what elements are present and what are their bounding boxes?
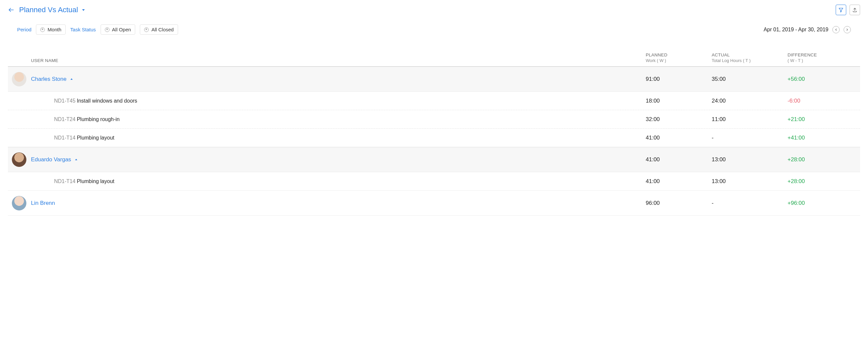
status-closed-value: All Closed: [151, 27, 174, 32]
caret-up-icon: [70, 77, 73, 81]
actual-cell: -: [712, 200, 787, 207]
difference-cell: +41:00: [787, 134, 860, 141]
back-arrow-icon[interactable]: [8, 7, 14, 13]
user-row[interactable]: Lin Brenn96:00-+96:00: [8, 191, 860, 216]
planned-cell: 91:00: [646, 76, 712, 83]
period-label: Period: [17, 27, 31, 32]
planned-cell: 41:00: [646, 178, 712, 185]
planned-vs-actual-table: USER NAME PLANNED Work ( W ) ACTUAL Tota…: [8, 48, 860, 216]
actual-cell: 13:00: [712, 178, 787, 185]
period-chip[interactable]: ✕ Month: [36, 24, 66, 35]
task-row[interactable]: ND1-T14Plumbing layout41:00-+41:00: [8, 129, 860, 147]
difference-cell: +28:00: [787, 178, 860, 185]
task-title: ND1-T14Plumbing layout: [31, 179, 646, 184]
export-button[interactable]: [849, 5, 860, 15]
table-header: USER NAME PLANNED Work ( W ) ACTUAL Tota…: [8, 48, 860, 67]
avatar: [12, 72, 26, 87]
next-period-button[interactable]: [844, 26, 851, 33]
col-difference: DIFFERENCE ( W - T ): [787, 53, 860, 63]
actual-cell: 11:00: [712, 116, 787, 123]
difference-cell: -6:00: [787, 98, 860, 104]
col-actual: ACTUAL Total Log Hours ( T ): [712, 53, 787, 63]
status-open-chip[interactable]: ✕ All Open: [101, 24, 135, 35]
remove-icon[interactable]: ✕: [105, 27, 110, 32]
caret-down-icon: [82, 8, 85, 12]
task-id: ND1-T14: [54, 135, 75, 140]
col-planned: PLANNED Work ( W ): [646, 53, 712, 63]
task-id: ND1-T24: [54, 117, 75, 122]
user-row[interactable]: Eduardo Vargas41:0013:00+28:00: [8, 147, 860, 172]
date-range: Apr 01, 2019 - Apr 30, 2019: [764, 27, 829, 33]
task-id: ND1-T45: [54, 98, 75, 103]
status-open-value: All Open: [112, 27, 131, 32]
task-title: ND1-T24Plumbing rough-in: [31, 117, 646, 122]
user-link[interactable]: Eduardo Vargas: [31, 156, 71, 163]
difference-cell: +56:00: [787, 76, 860, 83]
remove-icon[interactable]: ✕: [144, 27, 149, 32]
svg-marker-2: [839, 8, 843, 12]
task-row[interactable]: ND1-T14Plumbing layout41:0013:00+28:00: [8, 172, 860, 191]
difference-cell: +96:00: [787, 200, 860, 207]
svg-marker-4: [70, 78, 72, 80]
avatar: [12, 196, 26, 211]
user-link[interactable]: Lin Brenn: [31, 200, 55, 207]
task-row[interactable]: ND1-T24Plumbing rough-in32:0011:00+21:00: [8, 110, 860, 129]
report-title-dropdown[interactable]: Planned Vs Actual: [19, 6, 85, 14]
col-user: USER NAME: [8, 58, 646, 63]
task-row[interactable]: ND1-T45Install windows and doors18:0024:…: [8, 92, 860, 110]
planned-cell: 18:00: [646, 98, 712, 104]
actual-cell: 13:00: [712, 156, 787, 163]
prev-period-button[interactable]: [832, 26, 840, 33]
page-title: Planned Vs Actual: [19, 6, 78, 14]
user-link[interactable]: Charles Stone: [31, 76, 67, 83]
status-closed-chip[interactable]: ✕ All Closed: [140, 24, 178, 35]
user-row[interactable]: Charles Stone91:0035:00+56:00: [8, 67, 860, 92]
period-value: Month: [48, 27, 61, 32]
task-title: ND1-T45Install windows and doors: [31, 98, 646, 104]
remove-icon[interactable]: ✕: [40, 27, 45, 32]
task-title: ND1-T14Plumbing layout: [31, 135, 646, 141]
avatar: [12, 152, 26, 167]
filter-button[interactable]: [836, 5, 846, 15]
caret-up-icon: [74, 158, 78, 161]
planned-cell: 32:00: [646, 116, 712, 123]
difference-cell: +28:00: [787, 156, 860, 163]
planned-cell: 41:00: [646, 156, 712, 163]
svg-marker-5: [75, 159, 77, 160]
task-id: ND1-T14: [54, 179, 75, 184]
planned-cell: 96:00: [646, 200, 712, 207]
actual-cell: 35:00: [712, 76, 787, 83]
svg-marker-1: [82, 9, 85, 11]
difference-cell: +21:00: [787, 116, 860, 123]
task-status-label: Task Status: [70, 27, 96, 32]
actual-cell: -: [712, 134, 787, 141]
planned-cell: 41:00: [646, 134, 712, 141]
actual-cell: 24:00: [712, 98, 787, 104]
